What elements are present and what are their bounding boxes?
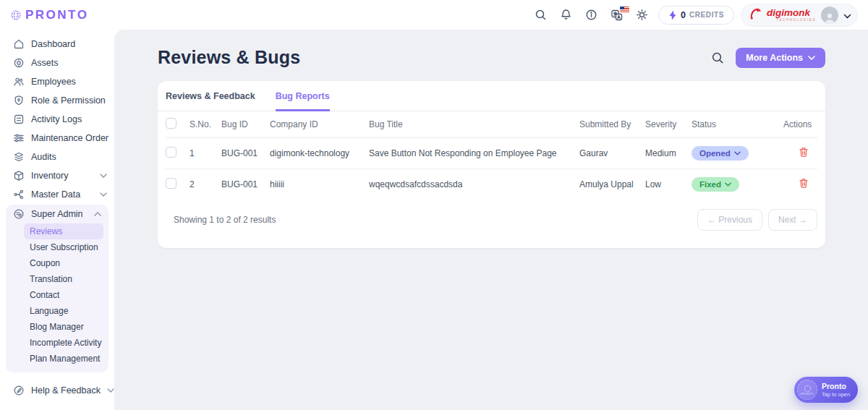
admin-icon [13, 208, 25, 220]
row-checkbox[interactable] [166, 147, 176, 158]
trash-icon [799, 178, 809, 189]
pronto-chat-launcher[interactable]: PRONTO Pronto Tap to open [794, 377, 858, 403]
sidebar-item-label: Assets [31, 58, 107, 68]
sidebar: Dashboard Assets Employees Role & Permis… [0, 30, 114, 410]
sidebar-subitem-blog-manager[interactable]: Blog Manager [24, 319, 103, 335]
shield-icon [13, 95, 25, 106]
col-status: Status [692, 111, 783, 138]
bell-icon[interactable] [557, 6, 576, 25]
sidebar-subitem-coupon[interactable]: Coupon [24, 255, 103, 271]
info-icon[interactable] [582, 6, 601, 25]
select-all-checkbox[interactable] [166, 118, 176, 129]
home-icon [13, 38, 25, 50]
avatar[interactable] [821, 7, 838, 24]
sidebar-item-label: Maintenance Order [31, 133, 109, 143]
status-dropdown[interactable]: Fixed [692, 177, 739, 192]
tab-reviews-feedback[interactable]: Reviews & Feedback [166, 91, 255, 111]
col-sno: S.No. [190, 111, 221, 138]
delete-button[interactable] [797, 145, 810, 161]
trash-icon [799, 147, 809, 158]
cell-company-id: digimonk-technology [270, 138, 369, 169]
sidebar-item-master-data[interactable]: Master Data [0, 185, 114, 204]
chevron-down-icon [725, 182, 731, 187]
col-company-id: Company ID [270, 111, 369, 138]
search-icon[interactable] [532, 6, 550, 25]
layers-icon [13, 151, 25, 163]
cell-sno: 2 [190, 169, 221, 200]
more-actions-button[interactable]: More Actions [736, 48, 825, 68]
sidebar-subitem-language[interactable]: Language [24, 303, 103, 319]
us-flag-icon [620, 7, 629, 12]
status-label: Opened [699, 149, 731, 158]
org-name: digimonk [767, 8, 810, 18]
previous-button[interactable]: ← Previous [697, 209, 762, 231]
main-content: Reviews & Bugs More Actions Reviews & Fe… [114, 30, 868, 410]
sidebar-item-label: Help & Feedback [31, 385, 101, 396]
cell-sno: 1 [190, 138, 221, 169]
table-header-row: S.No. Bug ID Company ID Bug Title Submit… [166, 111, 817, 138]
pagination: Showing 1 to 2 of 2 results ← Previous N… [158, 200, 825, 235]
cell-submitted-by: Amulya Uppal [579, 169, 645, 200]
employees-icon [13, 76, 25, 87]
digimonk-monkey-icon [750, 7, 762, 23]
app-window: PRONTO [0, 0, 868, 410]
sidebar-item-maintenance-order[interactable]: Maintenance Order [0, 129, 114, 148]
globe-logo-icon [804, 385, 812, 393]
credits-count: 0 [681, 10, 686, 20]
cell-severity: Medium [645, 138, 692, 169]
brand-name: PRONTO [25, 8, 88, 22]
inventory-icon [13, 170, 25, 181]
sidebar-subitem-translation[interactable]: Translation [24, 271, 103, 287]
sidebar-subitem-reviews[interactable]: Reviews [24, 223, 103, 239]
table-row: 1 BUG-001 digimonk-technology Save Butto… [166, 138, 817, 169]
sidebar-subitem-contact[interactable]: Contact [24, 287, 103, 303]
col-bug-id: Bug ID [221, 111, 270, 138]
cell-bug-id: BUG-001 [221, 138, 270, 169]
sidebar-subitem-incomplete-activity[interactable]: Incomplete Activity [24, 335, 103, 351]
sidebar-item-label: Super Admin [31, 209, 88, 219]
pronto-chat-logo: PRONTO [797, 380, 817, 400]
chevron-down-icon [808, 56, 815, 60]
sidebar-subitem-plan-management[interactable]: Plan Management [24, 351, 103, 367]
sidebar-item-label: Employees [31, 77, 107, 87]
brand-logo[interactable]: PRONTO [10, 8, 88, 22]
activity-log-icon [13, 114, 25, 125]
cell-bug-title: wqeqwcdsafcdssacdsda [369, 169, 579, 200]
table-row: 2 BUG-001 hiiiii wqeqwcdsafcdssacdsda Am… [166, 169, 817, 200]
cell-company-id: hiiiii [270, 169, 369, 200]
col-severity: Severity [645, 111, 692, 138]
sidebar-item-inventory[interactable]: Inventory [0, 166, 114, 185]
chevron-down-icon [734, 151, 741, 155]
col-actions: Actions [783, 111, 817, 138]
sidebar-item-super-admin[interactable]: Super Admin [6, 205, 109, 223]
row-checkbox[interactable] [166, 178, 176, 189]
sidebar-item-label: Inventory [31, 171, 93, 181]
sidebar-item-audits[interactable]: Audits [0, 148, 114, 166]
next-button[interactable]: Next → [768, 209, 817, 231]
col-submitted-by: Submitted By [579, 111, 645, 138]
delete-button[interactable] [797, 176, 810, 192]
tab-bug-reports[interactable]: Bug Reports [276, 91, 330, 111]
sidebar-item-dashboard[interactable]: Dashboard [0, 35, 114, 54]
sidebar-item-activity-logs[interactable]: Activity Logs [0, 110, 114, 129]
col-bug-title: Bug Title [369, 111, 579, 138]
translate-icon[interactable] [608, 6, 626, 25]
sidebar-item-assets[interactable]: Assets [0, 54, 114, 72]
sidebar-item-role-permission[interactable]: Role & Permission [0, 91, 114, 110]
page-search-icon[interactable] [711, 51, 724, 64]
bug-table: S.No. Bug ID Company ID Bug Title Submit… [166, 111, 817, 200]
sidebar-item-label: Audits [31, 152, 107, 162]
digimonk-logo: digimonk TECHNOLOGIES [767, 8, 816, 22]
sun-icon[interactable] [633, 6, 652, 25]
account-menu[interactable]: digimonk TECHNOLOGIES [741, 4, 858, 27]
sidebar-item-employees[interactable]: Employees [0, 72, 114, 91]
credits-badge[interactable]: 0 CREDITS [658, 6, 734, 25]
chat-title: Pronto [822, 382, 850, 391]
cell-severity: Low [645, 169, 692, 200]
sidebar-item-help-feedback[interactable]: Help & Feedback [0, 381, 114, 400]
sidebar-item-label: Master Data [31, 189, 93, 200]
chevron-down-icon [843, 9, 851, 22]
status-dropdown[interactable]: Opened [692, 146, 749, 161]
sidebar-subitem-user-subscription[interactable]: User Subscription [24, 239, 103, 255]
sliders-icon [13, 132, 25, 144]
